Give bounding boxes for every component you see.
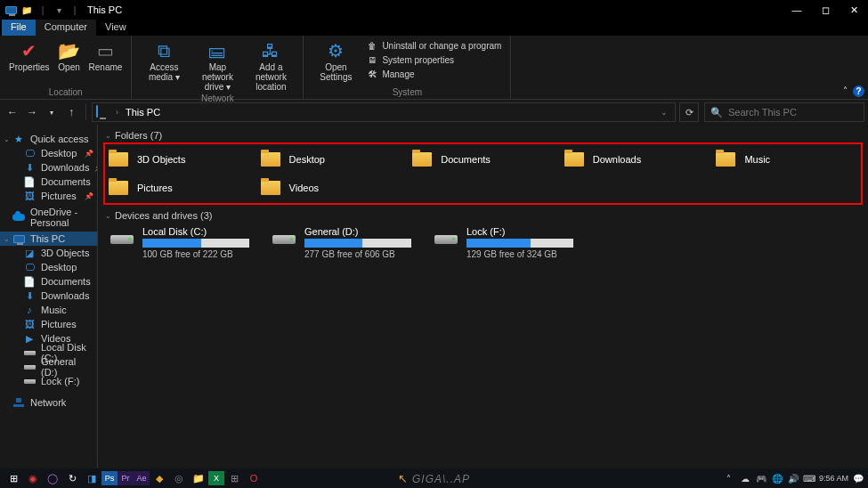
maximize-button[interactable]: ◻ [811, 0, 840, 20]
ribbon-group-network: ⧉ Access media ▾ 🖴 Map network drive ▾ 🖧… [132, 36, 304, 99]
manage-icon: 🛠 [366, 68, 378, 80]
section-header-folders[interactable]: ⌄ Folders (7) [98, 128, 868, 142]
tray-language-icon[interactable]: ⌨ [803, 474, 815, 484]
downloads-icon: ⬇ [23, 162, 36, 173]
address-bar[interactable]: › This PC ⌄ [92, 102, 676, 122]
refresh-button[interactable]: ⟳ [679, 102, 699, 122]
taskbar-app[interactable]: ◯ [43, 468, 62, 488]
taskbar-app[interactable]: ◎ [169, 468, 189, 488]
search-input[interactable]: 🔍 Search This PC [704, 102, 864, 122]
search-icon: 🔍 [710, 107, 723, 118]
tray-onedrive-icon[interactable]: ☁ [739, 474, 751, 484]
sidebar-item-desktop[interactable]: 🖵Desktop📌 [0, 146, 97, 160]
manage-button[interactable]: 🛠Manage [366, 68, 501, 80]
chevron-down-icon[interactable]: ⌄ [4, 135, 10, 143]
qat-dropdown-icon[interactable]: ▾ [52, 3, 66, 17]
ribbon-collapse-button[interactable]: ˄ [843, 85, 848, 97]
sidebar-item-desktop[interactable]: 🖵Desktop [0, 260, 97, 274]
open-settings-button[interactable]: ⚙ Open Settings [309, 37, 362, 87]
taskbar-app[interactable]: Ae [134, 471, 150, 485]
sidebar-item-music[interactable]: ♪Music [0, 303, 97, 317]
main-body: ⌄ ★ Quick access 🖵Desktop📌 ⬇Downloads📌 📄… [0, 125, 868, 476]
qat-icon[interactable]: 📁 [20, 3, 34, 17]
folder-music[interactable]: Music [714, 146, 859, 173]
sidebar-item-onedrive[interactable]: OneDrive - Personal [0, 210, 97, 224]
chevron-right-icon[interactable]: › [112, 108, 122, 117]
back-button[interactable]: ← [4, 102, 21, 122]
chevron-down-icon[interactable]: ⌄ [4, 235, 10, 243]
taskbar-app[interactable]: Ps [101, 471, 118, 485]
sidebar-item-quick-access[interactable]: ⌄ ★ Quick access [0, 132, 97, 146]
star-icon: ★ [12, 134, 25, 144]
open-button[interactable]: 📂 Open [53, 37, 85, 87]
folder-3d-objects[interactable]: 3D Objects [107, 146, 252, 173]
taskbar-app[interactable]: ⊞ [224, 468, 244, 488]
tray-volume-icon[interactable]: 🔊 [787, 474, 799, 484]
folder-documents[interactable]: Documents [410, 146, 556, 173]
network-icon [12, 397, 25, 408]
taskbar-app[interactable]: ◉ [23, 468, 43, 488]
pictures-icon: 🖼 [23, 191, 36, 201]
sidebar-item-pictures[interactable]: 🖼Pictures📌 [0, 189, 97, 203]
forward-button[interactable]: → [23, 102, 41, 122]
sidebar-item-downloads[interactable]: ⬇Downloads [0, 289, 97, 303]
breadcrumb-root[interactable]: This PC [126, 107, 160, 118]
folder-pictures[interactable]: Pictures [107, 175, 252, 201]
sidebar-item-documents[interactable]: 📄Documents [0, 274, 97, 289]
add-network-location-button[interactable]: 🖧 Add a network location [244, 37, 297, 94]
tab-file[interactable]: File [2, 20, 36, 36]
folder-downloads[interactable]: Downloads [563, 146, 708, 173]
taskbar-app[interactable]: ◆ [150, 468, 169, 488]
sidebar-item-3d-objects[interactable]: ◪3D Objects [0, 246, 97, 260]
tab-computer[interactable]: Computer [36, 20, 96, 36]
folder-desktop[interactable]: Desktop [259, 146, 404, 173]
sidebar-item-pictures[interactable]: 🖼Pictures [0, 317, 97, 331]
properties-icon: ✔ [17, 39, 42, 62]
sidebar-item-network[interactable]: Network [0, 395, 97, 410]
tray-clock[interactable]: 9:56 AM [819, 475, 848, 483]
sidebar-item-lock-f[interactable]: Lock (F:) [0, 374, 97, 388]
taskbar-app[interactable]: ◨ [82, 468, 101, 488]
drive-lock-f[interactable]: Lock (F:) 129 GB free of 324 GB [433, 226, 584, 259]
uninstall-button[interactable]: 🗑Uninstall or change a program [366, 39, 501, 52]
recent-dropdown[interactable]: ▾ [43, 102, 61, 122]
drive-icon [23, 347, 36, 358]
tray-notifications-icon[interactable]: 💬 [852, 474, 864, 484]
folder-videos[interactable]: Videos [259, 175, 404, 201]
map-drive-button[interactable]: 🖴 Map network drive ▾ [191, 37, 244, 94]
qat-divider: | [68, 3, 82, 17]
sidebar-item-downloads[interactable]: ⬇Downloads📌 [0, 160, 97, 175]
system-properties-button[interactable]: 🖥System properties [366, 53, 501, 66]
app-icon [4, 3, 18, 17]
minimize-button[interactable]: — [783, 0, 811, 20]
tray-network-icon[interactable]: 🌐 [771, 474, 783, 484]
drive-local-c[interactable]: Local Disk (C:) 100 GB free of 222 GB [109, 226, 260, 259]
start-button[interactable]: ⊞ [4, 468, 23, 488]
rename-button[interactable]: ▭ Rename [85, 37, 126, 87]
taskbar-app[interactable]: Pr [118, 471, 134, 485]
tray-chevron-icon[interactable]: ˄ [723, 474, 735, 484]
media-icon: ⧉ [151, 39, 176, 62]
system-tray: ˄ ☁ 🎮 🌐 🔊 ⌨ 9:56 AM 💬 [723, 474, 864, 484]
drive-icon [23, 362, 36, 372]
properties-button[interactable]: ✔ Properties [5, 37, 53, 87]
tab-view[interactable]: View [96, 20, 135, 36]
section-header-drives[interactable]: ⌄ Devices and drives (3) [98, 208, 868, 223]
taskbar-file-explorer[interactable]: 📁 [189, 468, 208, 488]
address-dropdown-icon[interactable]: ⌄ [661, 108, 671, 117]
sidebar-item-general-d[interactable]: General (D:) [0, 360, 97, 374]
sidebar-item-documents[interactable]: 📄Documents📌 [0, 175, 97, 189]
sidebar-item-this-pc[interactable]: ⌄ This PC [0, 232, 97, 246]
tray-controller-icon[interactable]: 🎮 [755, 474, 767, 484]
close-button[interactable]: ✕ [840, 0, 868, 20]
up-button[interactable]: ↑ [62, 102, 80, 122]
access-media-button[interactable]: ⧉ Access media ▾ [137, 37, 191, 94]
taskbar-app[interactable]: X [208, 471, 224, 485]
taskbar-app[interactable]: ↻ [62, 468, 82, 488]
group-label: System [309, 87, 505, 99]
drive-general-d[interactable]: General (D:) 277 GB free of 606 GB [271, 226, 422, 259]
folder-icon [259, 148, 282, 171]
music-icon: ♪ [23, 305, 36, 315]
taskbar-app[interactable]: O [244, 468, 264, 488]
help-button[interactable]: ? [853, 85, 864, 97]
